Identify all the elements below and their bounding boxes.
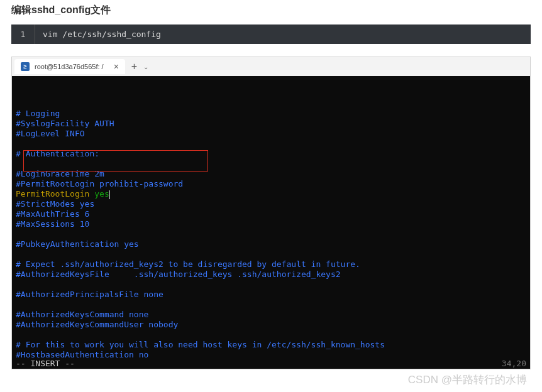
code-text: vim /etc/ssh/sshd_config [35, 24, 169, 44]
editor-line: #AuthorizedKeysCommand none [16, 310, 526, 320]
editor-line: #AuthorizedPrincipalsFile none [16, 290, 526, 300]
editor-line: #MaxSessions 10 [16, 219, 526, 229]
watermark-text: CSDN @半路转行的水博 [408, 373, 527, 387]
editor-line: #AuthorizedKeysFile .ssh/authorized_keys… [16, 270, 526, 280]
editor-line [16, 229, 526, 239]
tab-bar: ≥ root@51d3a76d565f: / × + ⌄ [12, 57, 530, 76]
terminal-window: ≥ root@51d3a76d565f: / × + ⌄ # Logging#S… [11, 57, 531, 369]
editor-line: #PermitRootLogin prohibit-password [16, 179, 526, 189]
editor-line: #StrictModes yes [16, 199, 526, 209]
code-block: 1 vim /etc/ssh/sshd_config [11, 24, 531, 44]
editor-line: # For this to work you will also need ho… [16, 340, 526, 350]
editor-line [16, 159, 526, 169]
editor-line: #SyslogFacility AUTH [16, 119, 526, 129]
editor-line [16, 280, 526, 290]
powershell-icon: ≥ [21, 62, 30, 71]
editor-line: # Expect .ssh/authorized_keys2 to be dis… [16, 259, 526, 270]
editor-line: #MaxAuthTries 6 [16, 209, 526, 219]
editor-line: #LogLevel INFO [16, 129, 526, 139]
editor-line [16, 300, 526, 310]
editor-line: #AuthorizedKeysCommandUser nobody [16, 320, 526, 330]
terminal-content[interactable]: # Logging#SyslogFacility AUTH#LogLevel I… [12, 76, 530, 369]
editor-line [16, 139, 526, 149]
close-icon[interactable]: × [114, 62, 119, 72]
new-tab-button[interactable]: + [125, 61, 143, 72]
tab-title: root@51d3a76d565f: / [35, 63, 104, 70]
editor-line: #PubkeyAuthentication yes [16, 239, 526, 249]
editor-line [16, 249, 526, 259]
vim-status-line: -- INSERT -- 34,20 [12, 359, 530, 369]
page-heading: 编辑sshd_config文件 [0, 0, 542, 24]
tab-dropdown-icon[interactable]: ⌄ [143, 63, 148, 70]
editor-line: PermitRootLogin yes [16, 189, 526, 199]
code-line-number: 1 [11, 24, 35, 44]
editor-line [16, 330, 526, 340]
vim-mode: -- INSERT -- [16, 359, 75, 369]
terminal-tab[interactable]: ≥ root@51d3a76d565f: / × [14, 59, 125, 74]
vim-cursor-position: 34,20 [502, 359, 526, 369]
editor-line: # Logging [16, 109, 526, 119]
editor-line: # Authentication: [16, 149, 526, 159]
editor-line: #LoginGraceTime 2m [16, 169, 526, 179]
